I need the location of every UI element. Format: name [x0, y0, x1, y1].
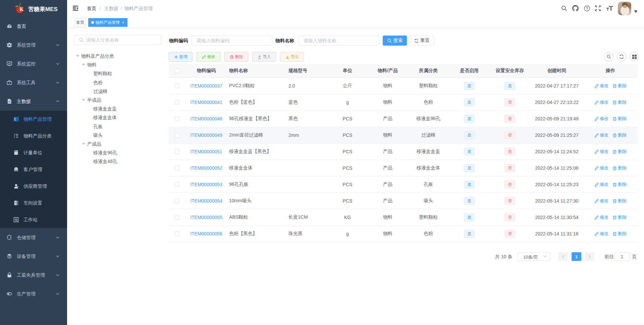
svg-text:K: K: [19, 6, 24, 12]
